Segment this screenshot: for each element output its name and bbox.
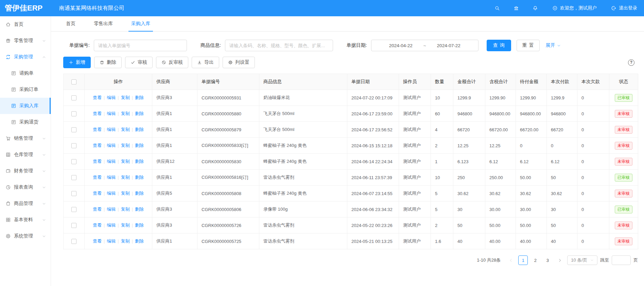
add-button[interactable]: 新增: [63, 57, 91, 68]
sidebar-item-purchase-mgmt[interactable]: 采购管理: [0, 49, 51, 65]
copy-link[interactable]: 复制: [121, 143, 130, 148]
search-button[interactable]: 查询: [487, 40, 511, 51]
delete-link[interactable]: 删除: [135, 175, 144, 180]
export-button[interactable]: 导出: [192, 57, 219, 68]
copy-link[interactable]: 复制: [121, 159, 130, 164]
date-end[interactable]: 2024-07-22: [437, 43, 460, 48]
view-link[interactable]: 查看: [93, 223, 102, 228]
help-icon[interactable]: ?: [628, 59, 634, 66]
tab-home[interactable]: 首页: [60, 16, 81, 31]
sidebar-item-system-mgmt[interactable]: 系统管理: [0, 228, 51, 244]
user-menu[interactable]: 欢迎您，测试用户: [552, 5, 597, 11]
audit-button[interactable]: 审核: [125, 57, 153, 68]
reset-button[interactable]: 重置: [517, 40, 540, 51]
row-checkbox[interactable]: [71, 191, 76, 196]
view-link[interactable]: 查看: [93, 175, 102, 180]
product-info-input[interactable]: [225, 40, 333, 51]
row-checkbox[interactable]: [71, 95, 76, 100]
row-checkbox[interactable]: [71, 223, 76, 228]
jump-page-input[interactable]: [612, 255, 631, 265]
cell-operator: 测试用户: [399, 138, 431, 154]
sidebar-item-warehouse-mgmt[interactable]: 仓库管理: [0, 147, 51, 163]
next-page-button[interactable]: [555, 255, 564, 265]
expand-toggle[interactable]: 展开: [546, 42, 561, 49]
delete-link[interactable]: 删除: [135, 223, 144, 228]
view-link[interactable]: 查看: [93, 207, 102, 212]
row-checkbox[interactable]: [71, 143, 76, 148]
delete-link[interactable]: 删除: [135, 95, 144, 100]
tab-retail-outbound[interactable]: 零售出库: [88, 16, 118, 31]
edit-link[interactable]: 编辑: [107, 143, 116, 148]
row-checkbox[interactable]: [71, 175, 76, 180]
sidebar-item-purchase-inbound[interactable]: 采购入库: [0, 98, 51, 114]
edit-link[interactable]: 编辑: [107, 175, 116, 180]
sidebar-item-finance-mgmt[interactable]: 财务管理: [0, 163, 51, 179]
sidebar-item-purchase-request[interactable]: 请购单: [0, 65, 51, 81]
sidebar-item-sales-mgmt[interactable]: 销售管理: [0, 130, 51, 147]
status-badge: 已审核: [615, 174, 632, 182]
row-checkbox[interactable]: [71, 239, 76, 244]
delete-link[interactable]: 删除: [135, 191, 144, 196]
delete-link[interactable]: 删除: [135, 127, 144, 132]
bell-icon[interactable]: [533, 5, 538, 11]
sidebar-item-purchase-order[interactable]: 采购订单: [0, 81, 51, 98]
copy-link[interactable]: 复制: [121, 191, 130, 196]
page-button-1[interactable]: 1: [518, 255, 528, 265]
cell-paid: 6.12: [547, 154, 577, 170]
copy-link[interactable]: 复制: [121, 207, 130, 212]
delete-link[interactable]: 删除: [135, 143, 144, 148]
copy-link[interactable]: 复制: [121, 95, 130, 100]
sidebar-item-base-data[interactable]: 基本资料: [0, 212, 51, 228]
doc-no-input[interactable]: [94, 40, 187, 51]
column-settings-button[interactable]: 列设置: [223, 57, 255, 68]
delete-link[interactable]: 删除: [135, 239, 144, 244]
date-range-picker[interactable]: 2024-04-22 ~ 2024-07-22: [371, 40, 478, 51]
edit-link[interactable]: 编辑: [107, 191, 116, 196]
view-link[interactable]: 查看: [93, 95, 102, 100]
sidebar-item-goods-mgmt[interactable]: 商品管理: [0, 195, 51, 212]
copy-link[interactable]: 复制: [121, 111, 130, 116]
select-all-checkbox[interactable]: [71, 79, 76, 84]
sidebar-item-retail-mgmt[interactable]: 零售管理: [0, 33, 51, 49]
logout-button[interactable]: 退出登录: [611, 5, 637, 11]
tab-purchase-inbound[interactable]: 采购入库: [126, 16, 156, 31]
edit-link[interactable]: 编辑: [107, 95, 116, 100]
view-link[interactable]: 查看: [93, 111, 102, 116]
copy-link[interactable]: 复制: [121, 127, 130, 132]
view-link[interactable]: 查看: [93, 239, 102, 244]
sidebar-item-purchase-return[interactable]: 采购退货: [0, 114, 51, 130]
row-checkbox[interactable]: [71, 127, 76, 132]
edit-link[interactable]: 编辑: [107, 127, 116, 132]
row-checkbox[interactable]: [71, 207, 76, 212]
edit-link[interactable]: 编辑: [107, 223, 116, 228]
date-start[interactable]: 2024-04-22: [389, 43, 413, 48]
copy-link[interactable]: 复制: [121, 239, 130, 244]
sidebar-item-home[interactable]: 首页: [0, 16, 51, 33]
edit-link[interactable]: 编辑: [107, 159, 116, 164]
unaudit-button[interactable]: 反审核: [156, 57, 188, 68]
edit-link[interactable]: 编辑: [107, 207, 116, 212]
delete-link[interactable]: 删除: [135, 111, 144, 116]
chevron-down-icon: [590, 259, 594, 262]
view-link[interactable]: 查看: [93, 159, 102, 164]
cell-paid: 40: [547, 233, 577, 249]
bank-icon[interactable]: [514, 5, 519, 11]
page-size-select[interactable]: 10 条/页: [567, 255, 597, 265]
copy-link[interactable]: 复制: [121, 175, 130, 180]
sidebar-item-report-query[interactable]: 报表查询: [0, 179, 51, 195]
view-link[interactable]: 查看: [93, 127, 102, 132]
copy-link[interactable]: 复制: [121, 223, 130, 228]
prev-page-button[interactable]: [506, 255, 516, 265]
page-button-2[interactable]: 2: [530, 255, 540, 265]
delete-button[interactable]: 删除: [94, 57, 122, 68]
page-button-3[interactable]: 3: [543, 255, 552, 265]
delete-link[interactable]: 删除: [135, 159, 144, 164]
delete-link[interactable]: 删除: [135, 207, 144, 212]
edit-link[interactable]: 编辑: [107, 111, 116, 116]
view-link[interactable]: 查看: [93, 191, 102, 196]
row-checkbox[interactable]: [71, 159, 76, 164]
search-icon[interactable]: [494, 5, 500, 11]
edit-link[interactable]: 编辑: [107, 239, 116, 244]
view-link[interactable]: 查看: [93, 143, 102, 148]
row-checkbox[interactable]: [71, 111, 76, 116]
